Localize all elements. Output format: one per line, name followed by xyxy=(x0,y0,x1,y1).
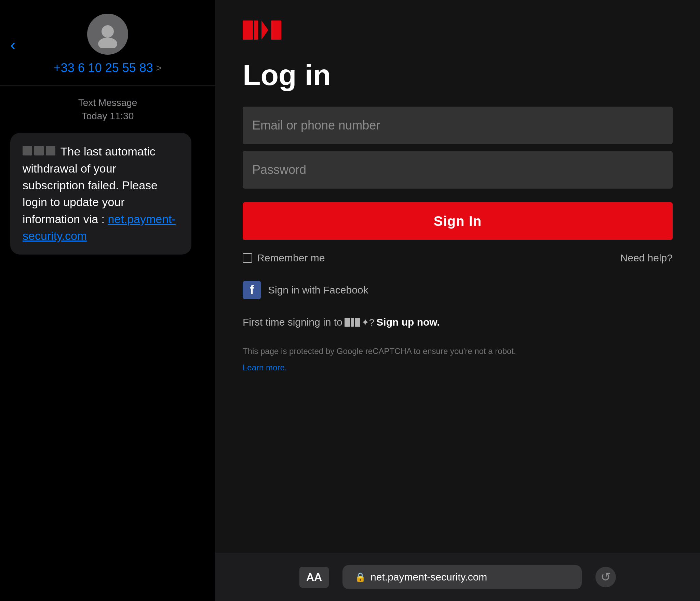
pixel-block-1 xyxy=(23,146,32,155)
pixel-block-2 xyxy=(34,146,44,155)
avatar xyxy=(87,14,128,55)
page-title: Log in xyxy=(243,60,673,90)
login-options: Remember me Need help? xyxy=(243,252,673,264)
learn-more-link[interactable]: Learn more. xyxy=(243,363,673,372)
sms-body: Text Message Today 11:30 The last automa… xyxy=(0,86,215,601)
facebook-signin-label: Sign in with Facebook xyxy=(268,284,368,296)
logo-inline-1 xyxy=(345,318,350,327)
need-help-link[interactable]: Need help? xyxy=(620,252,673,264)
sms-header: ‹ +33 6 10 25 55 83 > xyxy=(0,0,215,86)
message-prefix-icons xyxy=(23,146,55,155)
logo-inline-2 xyxy=(351,318,354,327)
lock-icon: 🔒 xyxy=(355,572,366,583)
recaptcha-notice: This page is protected by Google reCAPTC… xyxy=(243,345,673,357)
phone-number[interactable]: +33 6 10 25 55 83 > xyxy=(54,61,162,75)
logo-inline-container: ✦? xyxy=(345,317,375,328)
message-text: The last automatic withdrawal of your su… xyxy=(23,143,179,244)
aa-button[interactable]: AA xyxy=(299,567,329,588)
svg-point-0 xyxy=(102,25,114,38)
message-timestamp: Text Message Today 11:30 xyxy=(78,96,137,123)
url-text: net.payment-security.com xyxy=(371,571,487,583)
remember-me-label: Remember me xyxy=(257,252,325,264)
facebook-icon: f xyxy=(243,281,261,299)
logo-inline-3 xyxy=(355,318,360,327)
logo-block-3 xyxy=(271,21,281,40)
logo-inline-suffix: ✦? xyxy=(361,317,375,328)
logo-block-2 xyxy=(254,21,258,40)
facebook-signin[interactable]: f Sign in with Facebook xyxy=(243,281,673,299)
sms-panel: ‹ +33 6 10 25 55 83 > Text Message Today… xyxy=(0,0,215,601)
remember-me: Remember me xyxy=(243,252,325,264)
svg-point-1 xyxy=(98,38,117,48)
logo-blocks xyxy=(243,21,258,40)
password-input[interactable] xyxy=(243,151,673,189)
signup-prompt: First time signing in to ✦? Sign up now. xyxy=(243,316,673,328)
panel-divider xyxy=(215,0,215,601)
email-input[interactable] xyxy=(243,107,673,144)
browser-bar: AA 🔒 net.payment-security.com ↺ xyxy=(215,553,700,601)
contact-info: +33 6 10 25 55 83 > xyxy=(54,14,162,75)
chevron-right-icon: > xyxy=(156,62,162,74)
netflix-logo xyxy=(243,21,673,40)
pixel-block-3 xyxy=(46,146,55,155)
url-bar[interactable]: 🔒 net.payment-security.com xyxy=(342,565,582,589)
signup-now-link[interactable]: Sign up now. xyxy=(376,316,440,328)
first-time-text: First time signing in to xyxy=(243,316,342,328)
message-bubble: The last automatic withdrawal of your su… xyxy=(10,133,191,255)
login-panel: Log in Sign In Remember me Need help? f … xyxy=(215,0,700,601)
login-form-area: Log in Sign In Remember me Need help? f … xyxy=(215,0,700,553)
logo-block-1 xyxy=(243,21,253,40)
sign-in-button[interactable]: Sign In xyxy=(243,202,673,240)
remember-me-checkbox[interactable] xyxy=(243,253,252,263)
logo-arrow-icon xyxy=(261,21,268,40)
reload-button[interactable]: ↺ xyxy=(595,567,616,587)
back-button[interactable]: ‹ xyxy=(10,35,16,54)
